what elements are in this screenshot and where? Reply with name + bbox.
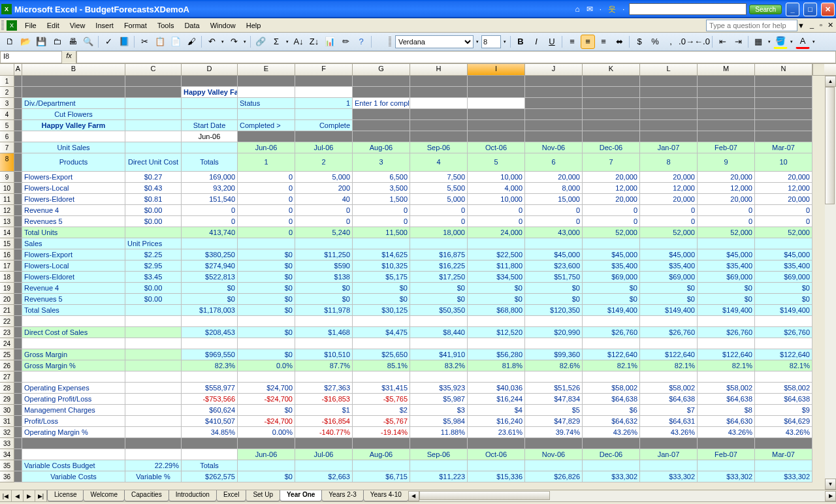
cell[interactable]: [468, 76, 525, 87]
cell[interactable]: 43.26%: [583, 427, 640, 438]
redo-dropdown-icon[interactable]: ▾: [242, 39, 248, 44]
cell[interactable]: -$5,765: [353, 394, 410, 405]
cell[interactable]: $16,244: [468, 394, 525, 405]
cell[interactable]: [410, 76, 468, 87]
cell[interactable]: [14, 272, 22, 283]
cell[interactable]: $6,715: [353, 471, 410, 482]
cell[interactable]: Nov-06: [525, 449, 583, 460]
cell[interactable]: $16,875: [410, 249, 468, 260]
row-header-20[interactable]: 20: [0, 294, 14, 305]
cell[interactable]: $122,640: [698, 349, 755, 360]
redo-icon[interactable]: ↷: [227, 35, 241, 49]
cell[interactable]: [295, 438, 353, 449]
cell[interactable]: $58,002: [640, 383, 698, 394]
cell[interactable]: 12,000: [755, 183, 812, 194]
paste-icon[interactable]: 📄: [169, 35, 183, 49]
cell[interactable]: $2: [353, 405, 410, 416]
cell[interactable]: Sep-06: [410, 449, 468, 460]
cell[interactable]: Variable Costs Budget: [22, 460, 125, 471]
row-header-16[interactable]: 16: [0, 249, 14, 260]
cell[interactable]: $208,453: [182, 327, 238, 338]
autosum-icon[interactable]: Σ: [269, 35, 283, 49]
vertical-scrollbar[interactable]: ▲ ▼: [825, 76, 836, 490]
spreadsheet-grid[interactable]: Happy Valley FarmDiv./DepartmentStatus1E…: [14, 76, 812, 490]
cell[interactable]: [125, 360, 182, 371]
cell[interactable]: [698, 238, 755, 249]
cell[interactable]: [22, 76, 125, 87]
cell[interactable]: $68,800: [468, 305, 525, 316]
cell[interactable]: [583, 131, 640, 142]
cell[interactable]: $969,550: [182, 349, 238, 360]
scroll-thumb[interactable]: [825, 87, 835, 204]
cell[interactable]: [640, 98, 698, 109]
row-header-26[interactable]: 26: [0, 360, 14, 371]
cell[interactable]: Div./Department: [22, 98, 125, 109]
cell[interactable]: $0.00: [125, 294, 182, 305]
cell[interactable]: $26,760: [755, 327, 812, 338]
cell[interactable]: 43.26%: [640, 427, 698, 438]
cell[interactable]: $10,325: [353, 260, 410, 272]
sheet-tab-welcome[interactable]: Welcome: [83, 490, 125, 501]
cell[interactable]: 82.3%: [182, 360, 238, 371]
increase-indent-icon[interactable]: ⇥: [731, 35, 745, 49]
cell[interactable]: [238, 238, 295, 249]
sheet-tab-years-4-10[interactable]: Years 4-10: [363, 490, 409, 501]
cell[interactable]: [583, 109, 640, 120]
row-header-1[interactable]: 1: [0, 76, 14, 87]
cell[interactable]: [125, 142, 182, 153]
cell[interactable]: [125, 438, 182, 449]
cell[interactable]: Variable %: [125, 471, 182, 482]
cell[interactable]: 43.26%: [755, 427, 812, 438]
cell[interactable]: $0: [238, 294, 295, 305]
menu-edit[interactable]: Edit: [42, 20, 65, 31]
cell[interactable]: [125, 383, 182, 394]
cell[interactable]: [14, 153, 22, 172]
cell[interactable]: [14, 383, 22, 394]
underline-icon[interactable]: U: [545, 35, 559, 49]
cell[interactable]: Completed >: [238, 120, 295, 131]
cell[interactable]: 0.0%: [238, 360, 295, 371]
font-name-select[interactable]: Verdana: [395, 35, 474, 48]
cell[interactable]: [525, 76, 583, 87]
cell[interactable]: -$24,700: [238, 394, 295, 405]
cell[interactable]: 87.7%: [295, 360, 353, 371]
tab-prev-icon[interactable]: ◀: [12, 490, 24, 501]
cell[interactable]: $5,984: [410, 416, 468, 427]
cell[interactable]: Dec-06: [583, 449, 640, 460]
copy-icon[interactable]: 📋: [153, 35, 167, 49]
cell[interactable]: $12,520: [468, 327, 525, 338]
cell[interactable]: $5: [525, 405, 583, 416]
cell[interactable]: Total Units: [22, 227, 125, 238]
cell[interactable]: $33,302: [583, 471, 640, 482]
cell[interactable]: [755, 98, 812, 109]
cell[interactable]: $122,640: [583, 349, 640, 360]
cell[interactable]: 10,000: [468, 172, 525, 183]
cell[interactable]: [640, 316, 698, 327]
cell[interactable]: $58,002: [755, 383, 812, 394]
column-header-C[interactable]: C: [125, 64, 182, 75]
row-header-28[interactable]: 28: [0, 383, 14, 394]
cell[interactable]: [125, 316, 182, 327]
borders-dropdown-icon[interactable]: ▾: [767, 39, 772, 44]
row-header-21[interactable]: 21: [0, 305, 14, 316]
cell[interactable]: $69,000: [640, 272, 698, 283]
cell[interactable]: [125, 109, 182, 120]
align-center-icon[interactable]: ≡: [581, 35, 595, 49]
cell[interactable]: [14, 338, 22, 349]
cell[interactable]: 2: [295, 153, 353, 172]
cell[interactable]: [583, 120, 640, 131]
cell[interactable]: 0: [698, 216, 755, 227]
cell[interactable]: 1: [238, 153, 295, 172]
row-header-12[interactable]: 12: [0, 205, 14, 216]
cell[interactable]: 52,000: [640, 227, 698, 238]
cell[interactable]: 0: [698, 205, 755, 216]
cell[interactable]: [22, 371, 125, 383]
cell[interactable]: $0: [238, 272, 295, 283]
cell[interactable]: [525, 109, 583, 120]
cell[interactable]: [295, 316, 353, 327]
cell[interactable]: 82.1%: [583, 360, 640, 371]
currency-icon[interactable]: $: [632, 35, 647, 49]
cell[interactable]: $0.27: [125, 172, 182, 183]
cell[interactable]: [640, 438, 698, 449]
sheet-tab-excel[interactable]: Excel: [216, 490, 246, 501]
